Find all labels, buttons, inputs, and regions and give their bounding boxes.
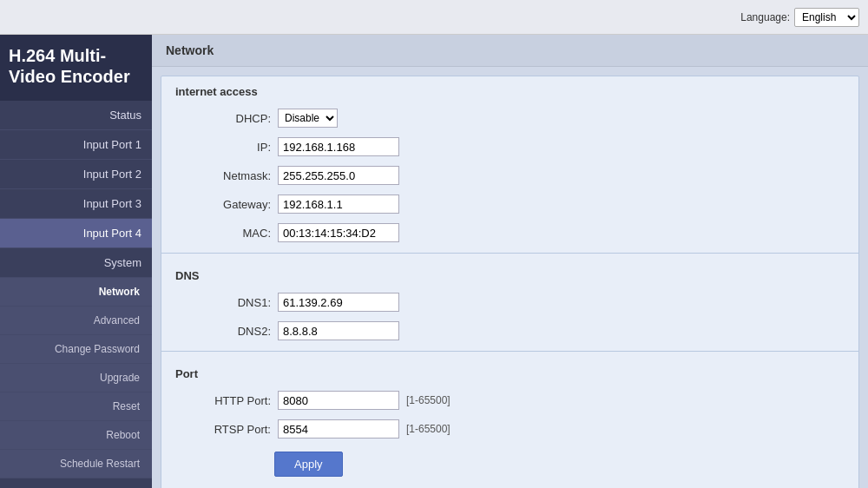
dhcp-row: DHCP: Disable Enable: [161, 105, 858, 131]
ip-input[interactable]: [278, 137, 399, 156]
apply-button[interactable]: Apply: [274, 452, 343, 477]
sidebar-item-network[interactable]: Network: [0, 278, 152, 307]
rtsp-port-label: RTSP Port:: [175, 423, 271, 436]
sidebar-item-input-port-1[interactable]: Input Port 1: [0, 130, 152, 160]
mac-input[interactable]: [278, 223, 399, 242]
sidebar-item-change-password[interactable]: Change Password: [0, 335, 152, 364]
gateway-row: Gateway:: [161, 191, 858, 217]
language-select[interactable]: English Chinese: [794, 8, 859, 27]
http-port-row: HTTP Port: [1-65500]: [161, 387, 858, 413]
main-layout: H.264 Multi-Video Encoder Status Input P…: [0, 35, 868, 488]
rtsp-port-input[interactable]: [278, 419, 399, 439]
content-area: Network internet access DHCP: Disable En…: [152, 35, 868, 488]
divider-2: [161, 351, 858, 352]
language-label: Language:: [740, 11, 790, 23]
gateway-label: Gateway:: [175, 198, 271, 211]
dns1-input[interactable]: [278, 293, 399, 312]
dns1-label: DNS1:: [175, 296, 271, 309]
page-title: Network: [152, 35, 868, 67]
dns2-row: DNS2:: [161, 318, 858, 344]
http-port-label: HTTP Port:: [175, 394, 271, 407]
gateway-input[interactable]: [278, 195, 399, 214]
netmask-row: Netmask:: [161, 162, 858, 188]
sidebar-item-reboot[interactable]: Reboot: [0, 421, 152, 450]
sidebar: H.264 Multi-Video Encoder Status Input P…: [0, 35, 152, 488]
divider-1: [161, 253, 858, 254]
http-port-hint: [1-65500]: [406, 394, 450, 406]
sidebar-item-reset[interactable]: Reset: [0, 392, 152, 421]
dns2-label: DNS2:: [175, 325, 271, 338]
dns-title: DNS: [161, 260, 858, 289]
ip-row: IP:: [161, 134, 858, 160]
port-title: Port: [161, 359, 858, 387]
sidebar-logo: H.264 Multi-Video Encoder: [0, 35, 152, 101]
dhcp-label: DHCP:: [175, 112, 271, 125]
dhcp-select[interactable]: Disable Enable: [278, 109, 338, 128]
ip-label: IP:: [175, 141, 271, 154]
sidebar-item-input-port-4[interactable]: Input Port 4: [0, 219, 152, 248]
sidebar-item-advanced[interactable]: Advanced: [0, 307, 152, 335]
dns1-row: DNS1:: [161, 289, 858, 315]
netmask-input[interactable]: [278, 166, 399, 185]
sidebar-item-schedule-restart[interactable]: Schedule Restart: [0, 450, 152, 478]
rtsp-port-hint: [1-65500]: [406, 423, 450, 435]
dns2-input[interactable]: [278, 321, 399, 340]
mac-row: MAC:: [161, 220, 858, 246]
sidebar-item-input-port-2[interactable]: Input Port 2: [0, 160, 152, 189]
content-panel: internet access DHCP: Disable Enable IP:…: [161, 76, 859, 488]
netmask-label: Netmask:: [175, 169, 271, 182]
internet-access-title: internet access: [161, 76, 858, 105]
sidebar-nav: Status Input Port 1 Input Port 2 Input P…: [0, 101, 152, 478]
http-port-input[interactable]: [278, 391, 399, 410]
sidebar-item-upgrade[interactable]: Upgrade: [0, 364, 152, 392]
sidebar-item-status[interactable]: Status: [0, 101, 152, 130]
rtsp-port-row: RTSP Port: [1-65500]: [161, 416, 858, 442]
sidebar-item-system[interactable]: System: [0, 248, 152, 278]
mac-label: MAC:: [175, 227, 271, 240]
sidebar-item-input-port-3[interactable]: Input Port 3: [0, 189, 152, 219]
top-bar: Language: English Chinese: [0, 0, 868, 35]
